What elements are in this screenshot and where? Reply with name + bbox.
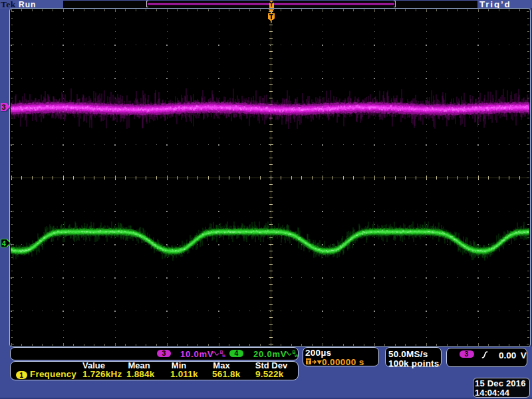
svg-text:4: 4 (2, 239, 7, 247)
svg-text:3: 3 (2, 103, 6, 111)
svg-text:w: w (294, 353, 298, 358)
svg-text:w: w (221, 353, 225, 358)
